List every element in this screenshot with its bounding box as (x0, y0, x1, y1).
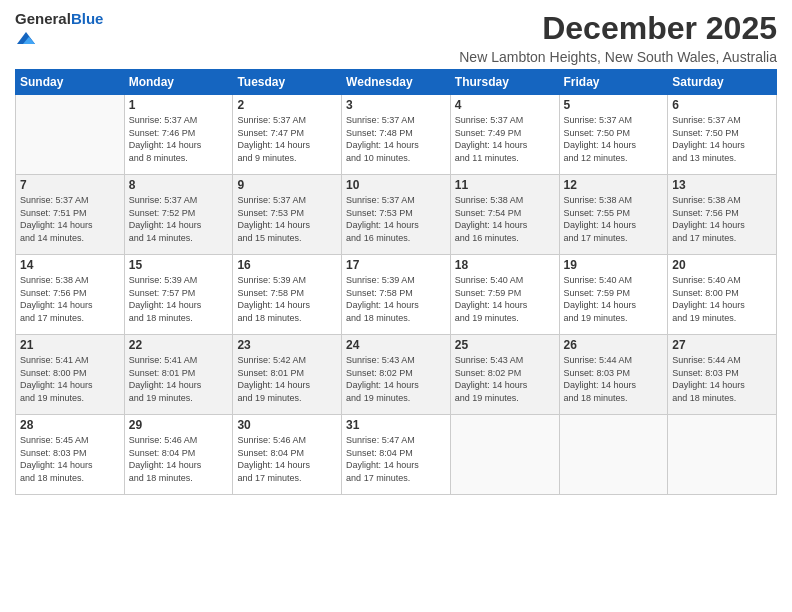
cell-info: Sunrise: 5:38 AM Sunset: 7:56 PM Dayligh… (672, 194, 772, 244)
calendar-cell: 20Sunrise: 5:40 AM Sunset: 8:00 PM Dayli… (668, 255, 777, 335)
calendar-cell (668, 415, 777, 495)
day-number: 27 (672, 338, 772, 352)
cell-info: Sunrise: 5:37 AM Sunset: 7:53 PM Dayligh… (237, 194, 337, 244)
calendar-cell: 25Sunrise: 5:43 AM Sunset: 8:02 PM Dayli… (450, 335, 559, 415)
calendar-cell: 6Sunrise: 5:37 AM Sunset: 7:50 PM Daylig… (668, 95, 777, 175)
day-number: 31 (346, 418, 446, 432)
calendar-cell: 22Sunrise: 5:41 AM Sunset: 8:01 PM Dayli… (124, 335, 233, 415)
cell-info: Sunrise: 5:44 AM Sunset: 8:03 PM Dayligh… (564, 354, 664, 404)
cell-info: Sunrise: 5:37 AM Sunset: 7:48 PM Dayligh… (346, 114, 446, 164)
day-number: 2 (237, 98, 337, 112)
day-number: 12 (564, 178, 664, 192)
calendar-cell: 13Sunrise: 5:38 AM Sunset: 7:56 PM Dayli… (668, 175, 777, 255)
calendar-cell: 29Sunrise: 5:46 AM Sunset: 8:04 PM Dayli… (124, 415, 233, 495)
calendar-week-row: 7Sunrise: 5:37 AM Sunset: 7:51 PM Daylig… (16, 175, 777, 255)
calendar-cell: 27Sunrise: 5:44 AM Sunset: 8:03 PM Dayli… (668, 335, 777, 415)
calendar-cell: 18Sunrise: 5:40 AM Sunset: 7:59 PM Dayli… (450, 255, 559, 335)
header: GeneralBlue December 2025 New Lambton He… (15, 10, 777, 65)
calendar-cell: 17Sunrise: 5:39 AM Sunset: 7:58 PM Dayli… (342, 255, 451, 335)
cell-info: Sunrise: 5:37 AM Sunset: 7:47 PM Dayligh… (237, 114, 337, 164)
calendar-cell: 21Sunrise: 5:41 AM Sunset: 8:00 PM Dayli… (16, 335, 125, 415)
day-number: 18 (455, 258, 555, 272)
day-number: 9 (237, 178, 337, 192)
day-number: 21 (20, 338, 120, 352)
weekday-header-monday: Monday (124, 70, 233, 95)
day-number: 11 (455, 178, 555, 192)
calendar-cell: 28Sunrise: 5:45 AM Sunset: 8:03 PM Dayli… (16, 415, 125, 495)
cell-info: Sunrise: 5:46 AM Sunset: 8:04 PM Dayligh… (237, 434, 337, 484)
calendar-cell: 10Sunrise: 5:37 AM Sunset: 7:53 PM Dayli… (342, 175, 451, 255)
calendar-cell (450, 415, 559, 495)
calendar-cell (559, 415, 668, 495)
day-number: 22 (129, 338, 229, 352)
subtitle: New Lambton Heights, New South Wales, Au… (459, 49, 777, 65)
cell-info: Sunrise: 5:39 AM Sunset: 7:57 PM Dayligh… (129, 274, 229, 324)
calendar-cell: 15Sunrise: 5:39 AM Sunset: 7:57 PM Dayli… (124, 255, 233, 335)
cell-info: Sunrise: 5:37 AM Sunset: 7:52 PM Dayligh… (129, 194, 229, 244)
day-number: 7 (20, 178, 120, 192)
weekday-header-saturday: Saturday (668, 70, 777, 95)
calendar-cell: 12Sunrise: 5:38 AM Sunset: 7:55 PM Dayli… (559, 175, 668, 255)
cell-info: Sunrise: 5:39 AM Sunset: 7:58 PM Dayligh… (237, 274, 337, 324)
cell-info: Sunrise: 5:37 AM Sunset: 7:50 PM Dayligh… (672, 114, 772, 164)
cell-info: Sunrise: 5:46 AM Sunset: 8:04 PM Dayligh… (129, 434, 229, 484)
calendar-week-row: 28Sunrise: 5:45 AM Sunset: 8:03 PM Dayli… (16, 415, 777, 495)
calendar-cell: 2Sunrise: 5:37 AM Sunset: 7:47 PM Daylig… (233, 95, 342, 175)
calendar-cell: 19Sunrise: 5:40 AM Sunset: 7:59 PM Dayli… (559, 255, 668, 335)
day-number: 28 (20, 418, 120, 432)
day-number: 3 (346, 98, 446, 112)
calendar-cell: 5Sunrise: 5:37 AM Sunset: 7:50 PM Daylig… (559, 95, 668, 175)
cell-info: Sunrise: 5:38 AM Sunset: 7:55 PM Dayligh… (564, 194, 664, 244)
cell-info: Sunrise: 5:37 AM Sunset: 7:51 PM Dayligh… (20, 194, 120, 244)
calendar-cell: 9Sunrise: 5:37 AM Sunset: 7:53 PM Daylig… (233, 175, 342, 255)
cell-info: Sunrise: 5:42 AM Sunset: 8:01 PM Dayligh… (237, 354, 337, 404)
calendar-cell: 23Sunrise: 5:42 AM Sunset: 8:01 PM Dayli… (233, 335, 342, 415)
calendar-cell: 1Sunrise: 5:37 AM Sunset: 7:46 PM Daylig… (124, 95, 233, 175)
day-number: 19 (564, 258, 664, 272)
cell-info: Sunrise: 5:40 AM Sunset: 7:59 PM Dayligh… (455, 274, 555, 324)
cell-info: Sunrise: 5:41 AM Sunset: 8:00 PM Dayligh… (20, 354, 120, 404)
calendar-cell: 16Sunrise: 5:39 AM Sunset: 7:58 PM Dayli… (233, 255, 342, 335)
day-number: 16 (237, 258, 337, 272)
calendar-week-row: 1Sunrise: 5:37 AM Sunset: 7:46 PM Daylig… (16, 95, 777, 175)
weekday-header-friday: Friday (559, 70, 668, 95)
cell-info: Sunrise: 5:37 AM Sunset: 7:46 PM Dayligh… (129, 114, 229, 164)
cell-info: Sunrise: 5:37 AM Sunset: 7:49 PM Dayligh… (455, 114, 555, 164)
day-number: 1 (129, 98, 229, 112)
cell-info: Sunrise: 5:37 AM Sunset: 7:50 PM Dayligh… (564, 114, 664, 164)
calendar-cell (16, 95, 125, 175)
day-number: 6 (672, 98, 772, 112)
logo: GeneralBlue (15, 10, 103, 47)
day-number: 25 (455, 338, 555, 352)
weekday-header-thursday: Thursday (450, 70, 559, 95)
day-number: 26 (564, 338, 664, 352)
cell-info: Sunrise: 5:40 AM Sunset: 8:00 PM Dayligh… (672, 274, 772, 324)
logo-general-text: General (15, 10, 71, 27)
logo-icon (17, 29, 35, 47)
cell-info: Sunrise: 5:37 AM Sunset: 7:53 PM Dayligh… (346, 194, 446, 244)
calendar-cell: 8Sunrise: 5:37 AM Sunset: 7:52 PM Daylig… (124, 175, 233, 255)
day-number: 14 (20, 258, 120, 272)
day-number: 4 (455, 98, 555, 112)
cell-info: Sunrise: 5:43 AM Sunset: 8:02 PM Dayligh… (346, 354, 446, 404)
calendar-cell: 31Sunrise: 5:47 AM Sunset: 8:04 PM Dayli… (342, 415, 451, 495)
calendar-table: SundayMondayTuesdayWednesdayThursdayFrid… (15, 69, 777, 495)
day-number: 30 (237, 418, 337, 432)
calendar-page: GeneralBlue December 2025 New Lambton He… (0, 0, 792, 612)
cell-info: Sunrise: 5:43 AM Sunset: 8:02 PM Dayligh… (455, 354, 555, 404)
cell-info: Sunrise: 5:45 AM Sunset: 8:03 PM Dayligh… (20, 434, 120, 484)
weekday-header-sunday: Sunday (16, 70, 125, 95)
calendar-week-row: 21Sunrise: 5:41 AM Sunset: 8:00 PM Dayli… (16, 335, 777, 415)
day-number: 5 (564, 98, 664, 112)
cell-info: Sunrise: 5:38 AM Sunset: 7:54 PM Dayligh… (455, 194, 555, 244)
day-number: 8 (129, 178, 229, 192)
calendar-cell: 30Sunrise: 5:46 AM Sunset: 8:04 PM Dayli… (233, 415, 342, 495)
day-number: 17 (346, 258, 446, 272)
day-number: 24 (346, 338, 446, 352)
day-number: 23 (237, 338, 337, 352)
calendar-cell: 14Sunrise: 5:38 AM Sunset: 7:56 PM Dayli… (16, 255, 125, 335)
day-number: 20 (672, 258, 772, 272)
calendar-cell: 7Sunrise: 5:37 AM Sunset: 7:51 PM Daylig… (16, 175, 125, 255)
logo-blue-text: Blue (71, 10, 104, 27)
cell-info: Sunrise: 5:38 AM Sunset: 7:56 PM Dayligh… (20, 274, 120, 324)
